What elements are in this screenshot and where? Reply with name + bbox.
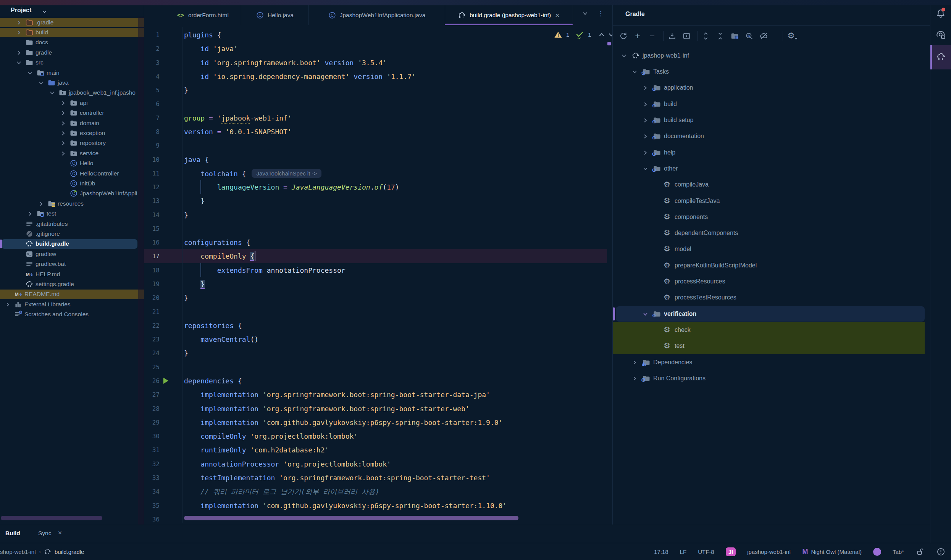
project-tree-item-repository[interactable]: repository: [0, 138, 144, 148]
project-tree-item-hello[interactable]: CHello: [0, 158, 144, 168]
code-line-16[interactable]: configurations {: [184, 235, 250, 249]
code-line-22[interactable]: repositories {: [184, 319, 242, 333]
gradle-task-compilejava[interactable]: ⚙compileJava: [613, 177, 930, 193]
code-line-34[interactable]: // 쿼리 파라미터 로그 남기기(외부 라이브러리 사용): [184, 484, 379, 499]
close-icon[interactable]: ×: [555, 11, 560, 20]
execute-task-button[interactable]: [682, 31, 691, 40]
chevron-right-icon[interactable]: [61, 151, 65, 156]
chevron-right-icon[interactable]: [61, 141, 65, 145]
error-stripe-mark[interactable]: [607, 42, 611, 45]
code-line-24[interactable]: }: [184, 346, 188, 360]
more-options-icon[interactable]: ⋮: [597, 11, 604, 16]
editor-tab-1[interactable]: <>orderForm.html: [164, 5, 241, 25]
chevron-right-icon[interactable]: [643, 118, 647, 122]
project-tree-item-scratches-and-consoles[interactable]: Scratches and Consoles: [0, 309, 144, 319]
editor-tab-3[interactable]: CJpashopWeb1InfApplication.java: [308, 5, 445, 25]
code-line-13[interactable]: }: [184, 194, 205, 208]
chevron-down-icon[interactable]: [50, 90, 54, 95]
remove-configuration-button[interactable]: −: [647, 31, 657, 40]
code-line-29[interactable]: implementation 'com.github.gavlyukovskiy…: [184, 415, 502, 430]
gradle-task-preparekotlinbuildscriptmodel[interactable]: ⚙prepareKotlinBuildScriptModel: [613, 257, 930, 274]
add-configuration-button[interactable]: +: [633, 31, 642, 40]
project-tree-item-settings-gradle[interactable]: settings.gradle: [0, 279, 144, 289]
breadcrumb[interactable]: shop-web1-inf›build.gradle: [0, 543, 84, 560]
project-tree-item-controller[interactable]: controller: [0, 108, 144, 118]
project-tree-item-gradlew[interactable]: gradlew: [0, 249, 144, 259]
chevron-right-icon[interactable]: [632, 360, 637, 365]
chevron-down-icon[interactable]: [643, 166, 647, 171]
code-line-19[interactable]: }: [184, 277, 205, 291]
code-line-14[interactable]: }: [184, 208, 188, 222]
code-line-23[interactable]: mavenCentral(): [184, 332, 258, 346]
expand-all-button[interactable]: [701, 31, 710, 40]
close-icon[interactable]: ×: [58, 529, 62, 537]
chevron-down-icon[interactable]: [39, 80, 43, 85]
code-line-4[interactable]: id 'io.spring.dependency-management' ver…: [184, 69, 416, 84]
code-line-32[interactable]: annotationProcessor 'org.projectlombok:l…: [184, 457, 391, 471]
project-vertical-scrollbar[interactable]: [138, 17, 144, 525]
project-tree-item-main[interactable]: main: [0, 68, 144, 78]
gradle-task-application[interactable]: ⚙application: [613, 80, 930, 96]
code-line-1[interactable]: plugins {: [184, 28, 221, 42]
chevron-down-icon[interactable]: [643, 312, 647, 316]
code-line-5[interactable]: }: [184, 83, 188, 97]
gradle-task-dependencies[interactable]: Dependencies: [613, 354, 930, 370]
code-line-17[interactable]: compileOnly {: [184, 249, 255, 263]
code-line-35[interactable]: implementation 'com.github.gavlyukovskiy…: [184, 499, 507, 513]
project-tree-item-resources[interactable]: resources: [0, 199, 144, 209]
chevron-right-icon[interactable]: [16, 30, 21, 35]
gradle-task-model[interactable]: ⚙model: [613, 241, 930, 257]
project-tree-item-java[interactable]: java: [0, 78, 144, 88]
dependency-analyzer-button[interactable]: [730, 31, 739, 40]
project-tree-item-domain[interactable]: domain: [0, 118, 144, 128]
code-line-12[interactable]: languageVersion = JavaLanguageVersion.of…: [184, 180, 399, 194]
prev-problem-icon[interactable]: [599, 32, 605, 38]
chevron-right-icon[interactable]: [16, 20, 21, 25]
code-line-27[interactable]: implementation 'org.springframework.boot…: [184, 388, 490, 402]
editor-horizontal-scrollbar[interactable]: [184, 516, 518, 520]
project-tree-item-hellocontroller[interactable]: CHelloController: [0, 169, 144, 179]
code-line-11[interactable]: toolchain { JavaToolchainSpec it ->: [184, 166, 321, 180]
code-line-31[interactable]: runtimeOnly 'com.h2database:h2': [184, 443, 329, 457]
code-line-10[interactable]: java {: [184, 153, 209, 167]
project-tree-item-exception[interactable]: exception: [0, 128, 144, 138]
chevron-down-icon[interactable]: [622, 53, 626, 58]
gradle-task-dependentcomponents[interactable]: ⚙dependentComponents: [613, 225, 930, 241]
ai-assistant-icon[interactable]: [935, 30, 946, 40]
project-tree-item-external-libraries[interactable]: External Libraries: [0, 299, 144, 309]
chevron-right-icon[interactable]: [5, 302, 10, 307]
gradle-task-documentation[interactable]: ⚙documentation: [613, 128, 930, 144]
chevron-down-icon[interactable]: [27, 71, 32, 75]
project-tree-item-initdb[interactable]: CInitDb: [0, 179, 144, 188]
chevron-right-icon[interactable]: [27, 211, 32, 216]
gradle-task-processtestresources[interactable]: ⚙processTestResources: [613, 290, 930, 306]
code-line-2[interactable]: id 'java': [184, 42, 238, 56]
notifications-icon[interactable]: [935, 8, 946, 19]
code-line-7[interactable]: group = 'jpabook-web1-inf': [184, 111, 292, 125]
gradle-tool-button-active[interactable]: [930, 45, 951, 69]
editor-tab-2[interactable]: CHello.java: [241, 5, 309, 25]
chevron-right-icon[interactable]: [643, 134, 647, 138]
chevron-right-icon[interactable]: [39, 201, 43, 206]
chevron-right-icon[interactable]: [632, 376, 637, 381]
ok-check-icon[interactable]: [575, 30, 584, 39]
breadcrumb-file[interactable]: build.gradle: [55, 549, 84, 555]
status-encoding[interactable]: UTF-8: [698, 549, 714, 555]
status-run-configuration[interactable]: jpashop-web1-inf: [747, 549, 791, 555]
editor[interactable]: 1plugins {2 id 'java'3 id 'org.springfra…: [144, 25, 612, 525]
gradle-task-help[interactable]: ⚙help: [613, 145, 930, 161]
project-tree-item-src[interactable]: src: [0, 58, 144, 68]
gradle-task-run-configurations[interactable]: ⚙Run Configurations: [613, 370, 930, 386]
chevron-right-icon[interactable]: [643, 85, 647, 90]
gradle-task-tasks[interactable]: ⚙Tasks: [613, 64, 930, 80]
project-tree-item-service[interactable]: service: [0, 148, 144, 158]
profiler-search-button[interactable]: [744, 31, 754, 40]
chevron-right-icon[interactable]: [61, 131, 65, 135]
gradle-task-components[interactable]: ⚙components: [613, 209, 930, 225]
gradle-task-build[interactable]: ⚙build: [613, 96, 930, 112]
code-line-26[interactable]: dependencies {: [184, 374, 242, 388]
chevron-down-icon[interactable]: [42, 9, 47, 14]
chevron-down-icon[interactable]: [16, 60, 21, 65]
gradle-task-build-setup[interactable]: ⚙build setup: [613, 112, 930, 128]
inspections-widget[interactable]: 11: [554, 30, 612, 39]
